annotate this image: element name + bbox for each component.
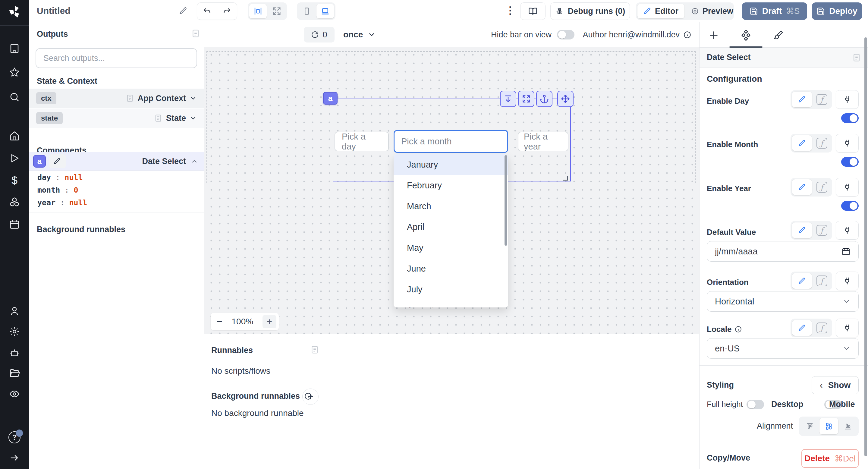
home-icon[interactable]	[9, 130, 20, 142]
function-mode-button[interactable]: ƒ	[813, 320, 831, 336]
state-row[interactable]: state State	[29, 108, 204, 128]
workspace-building-icon[interactable]	[9, 43, 20, 54]
month-option[interactable]: February	[394, 175, 508, 196]
app-canvas[interactable]: a Pick a day Pick a month Pick a year Ja…	[204, 47, 699, 334]
resources-boxes-icon[interactable]	[9, 196, 20, 207]
static-mode-pencil-button[interactable]	[792, 273, 812, 289]
static-mode-pencil-button[interactable]	[792, 320, 812, 336]
settings-doc-icon[interactable]	[852, 53, 861, 62]
hide-bar-toggle[interactable]	[557, 30, 575, 39]
settings-gear-icon[interactable]	[9, 326, 20, 337]
schedule-dropdown[interactable]: once	[343, 22, 375, 47]
enable-month-toggle[interactable]	[841, 157, 859, 167]
month-option[interactable]: May	[394, 238, 508, 258]
month-select-input[interactable]: Pick a month	[394, 130, 508, 153]
static-mode-pencil-button[interactable]	[792, 179, 812, 195]
default-value-date-input[interactable]: jj/mm/aaaa	[707, 241, 859, 262]
static-mode-pencil-button[interactable]	[792, 222, 812, 238]
outputs-doc-icon[interactable]	[191, 29, 200, 38]
ctx-row[interactable]: ctx App Context	[29, 89, 204, 108]
desktop-view-button[interactable]	[316, 4, 334, 19]
month-option[interactable]: March	[394, 196, 508, 217]
windmill-logo-icon[interactable]	[7, 5, 22, 19]
docs-book-button[interactable]	[520, 2, 546, 20]
runs-play-icon[interactable]	[9, 153, 20, 164]
undo-button[interactable]	[197, 7, 217, 15]
folders-icon[interactable]	[9, 368, 20, 379]
chevron-down-icon[interactable]	[190, 95, 197, 102]
panel-scrollbar[interactable]	[864, 37, 867, 456]
align-bottom-button[interactable]	[839, 418, 857, 434]
favorites-star-icon[interactable]	[9, 67, 20, 78]
search-outputs-input[interactable]: Search outputs...	[36, 48, 197, 68]
function-mode-button[interactable]: ƒ	[813, 222, 831, 238]
connect-plug-button[interactable]	[836, 134, 859, 153]
year-select-input[interactable]: Pick a year	[518, 132, 568, 151]
zoom-out-button[interactable]: −	[217, 316, 222, 327]
connect-plug-button[interactable]	[836, 319, 859, 337]
variables-dollar-icon[interactable]: $	[11, 174, 18, 187]
connect-plug-button[interactable]	[836, 90, 859, 109]
full-width-layout-button[interactable]	[268, 4, 285, 19]
redo-button[interactable]	[217, 7, 237, 15]
function-mode-button[interactable]: ƒ	[813, 273, 831, 289]
mobile-view-button[interactable]	[299, 4, 315, 19]
runnables-doc-icon[interactable]	[310, 345, 319, 354]
component-badge[interactable]: a	[323, 92, 338, 104]
info-icon[interactable]	[683, 31, 691, 39]
debug-runs-button[interactable]: Debug runs (0)	[550, 2, 630, 20]
edit-title-pencil-icon[interactable]	[179, 7, 187, 15]
anchor-icon[interactable]	[536, 91, 553, 107]
info-icon[interactable]	[735, 325, 742, 333]
connect-plug-button[interactable]	[836, 221, 859, 240]
audit-eye-icon[interactable]	[9, 388, 20, 399]
align-center-layout-button[interactable]	[249, 4, 267, 19]
styling-tab[interactable]	[773, 30, 784, 41]
schedules-calendar-icon[interactable]	[9, 219, 20, 230]
month-option[interactable]: August	[394, 300, 508, 307]
connect-plug-button[interactable]	[836, 272, 859, 290]
component-list-item[interactable]: a Date Select	[29, 152, 204, 170]
help-icon[interactable]: ?	[8, 431, 21, 443]
full-height-toggle[interactable]	[747, 400, 764, 409]
deploy-button[interactable]: Deploy	[812, 2, 862, 20]
refresh-button[interactable]: 0	[304, 27, 335, 42]
delete-component-button[interactable]: Delete ⌘Del	[801, 449, 859, 468]
static-mode-pencil-button[interactable]	[792, 92, 812, 107]
chevron-up-icon[interactable]	[191, 158, 198, 165]
zoom-in-button[interactable]: +	[262, 315, 276, 328]
day-select-input[interactable]: Pick a day	[335, 132, 389, 151]
resize-handle[interactable]	[563, 176, 568, 181]
editor-tab[interactable]: Editor	[638, 4, 684, 19]
align-top-button[interactable]	[801, 418, 819, 434]
locale-select[interactable]: en-US	[707, 338, 859, 359]
enable-year-toggle[interactable]	[841, 201, 859, 211]
move-icon[interactable]	[557, 91, 574, 107]
month-option[interactable]: January	[394, 154, 508, 175]
expand-rail-arrow-icon[interactable]	[9, 453, 20, 463]
orientation-select[interactable]: Horizontal	[707, 291, 859, 312]
align-center-button[interactable]	[819, 418, 838, 434]
search-icon[interactable]	[9, 92, 20, 102]
user-icon[interactable]	[9, 306, 20, 316]
month-option[interactable]: April	[394, 217, 508, 238]
rename-component-pencil-icon[interactable]	[49, 154, 66, 168]
kebab-menu-icon[interactable]: ⋮	[505, 4, 516, 16]
preview-tab[interactable]: Preview	[686, 4, 739, 19]
function-mode-button[interactable]: ƒ	[813, 179, 831, 195]
static-mode-pencil-button[interactable]	[792, 135, 812, 151]
settings-tab-active[interactable]	[740, 30, 752, 41]
add-background-runnable-button[interactable]	[302, 388, 318, 405]
month-option[interactable]: July	[394, 279, 508, 300]
function-mode-button[interactable]: ƒ	[813, 135, 831, 151]
connect-plug-button[interactable]	[836, 178, 859, 196]
arrow-down-to-line-icon[interactable]	[500, 91, 516, 107]
enable-day-toggle[interactable]	[841, 113, 859, 123]
app-title[interactable]: Untitled	[37, 6, 70, 16]
insert-component-tab[interactable]	[709, 30, 719, 40]
expand-icon[interactable]	[518, 91, 534, 107]
workers-robot-icon[interactable]	[9, 347, 20, 358]
show-styling-button[interactable]: ‹ Show	[812, 376, 859, 394]
dropdown-scrollbar[interactable]	[504, 155, 507, 246]
month-option[interactable]: June	[394, 258, 508, 279]
